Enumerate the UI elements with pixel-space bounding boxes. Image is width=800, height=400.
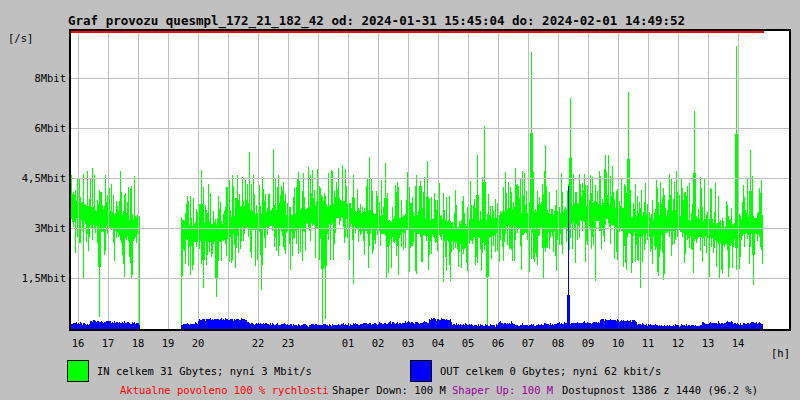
status-shaper-down: Shaper Down: 100 M xyxy=(332,384,446,396)
legend-out-label: OUT celkem 0 Gbytes; nyní 62 kbit/s xyxy=(440,365,661,377)
x-axis-tick-label: 06 xyxy=(483,337,513,349)
x-axis-tick-label: 14 xyxy=(723,337,753,349)
y-axis-tick-label: 1,5Mbit xyxy=(0,272,66,284)
x-axis-tick-label: 04 xyxy=(423,337,453,349)
x-axis-tick-label: 08 xyxy=(543,337,573,349)
x-axis-tick-label: 11 xyxy=(633,337,663,349)
status-allowed-speed: Aktualne povoleno 100 % rychlosti xyxy=(120,384,329,396)
ceiling-line xyxy=(71,31,764,33)
x-axis-tick-label: 23 xyxy=(273,337,303,349)
x-axis-tick-label: 05 xyxy=(453,337,483,349)
x-axis-tick-label: 02 xyxy=(363,337,393,349)
legend-out-swatch xyxy=(410,360,432,382)
graph-title: Graf provozu quesmpl_172_21_182_42 od: 2… xyxy=(68,13,685,28)
status-availability: Dostupnost 1386 z 1440 (96.2 %) xyxy=(562,384,758,396)
traffic-graph-page: Graf provozu quesmpl_172_21_182_42 od: 2… xyxy=(0,0,800,400)
x-axis-tick-label: 17 xyxy=(93,337,123,349)
x-axis-tick-label: 12 xyxy=(663,337,693,349)
x-axis-tick-label: 09 xyxy=(573,337,603,349)
y-axis-tick-label: 6Mbit xyxy=(0,122,66,134)
x-axis-tick-label: 22 xyxy=(243,337,273,349)
x-axis-tick-label: 01 xyxy=(333,337,363,349)
status-shaper-up: Shaper Up: 100 M xyxy=(452,384,553,396)
x-axis-tick-label: 03 xyxy=(393,337,423,349)
legend-in-label: IN celkem 31 Gbytes; nyní 3 Mbit/s xyxy=(97,365,312,377)
x-axis-tick-label: 19 xyxy=(153,337,183,349)
legend-in-swatch xyxy=(67,360,89,382)
x-axis-tick-label: 20 xyxy=(183,337,213,349)
y-axis-tick-label: 4,5Mbit xyxy=(0,172,66,184)
x-axis-unit-label: [h] xyxy=(760,347,790,359)
x-axis-tick-label: 16 xyxy=(63,337,93,349)
x-axis-tick-label: 18 xyxy=(123,337,153,349)
x-axis-tick-label: 13 xyxy=(693,337,723,349)
y-axis-unit-label: [/s] xyxy=(8,32,33,44)
y-axis-tick-label: 3Mbit xyxy=(0,222,66,234)
x-axis-tick-label: 07 xyxy=(513,337,543,349)
x-axis-tick-label: 10 xyxy=(603,337,633,349)
y-axis-tick-label: 8Mbit xyxy=(0,72,66,84)
